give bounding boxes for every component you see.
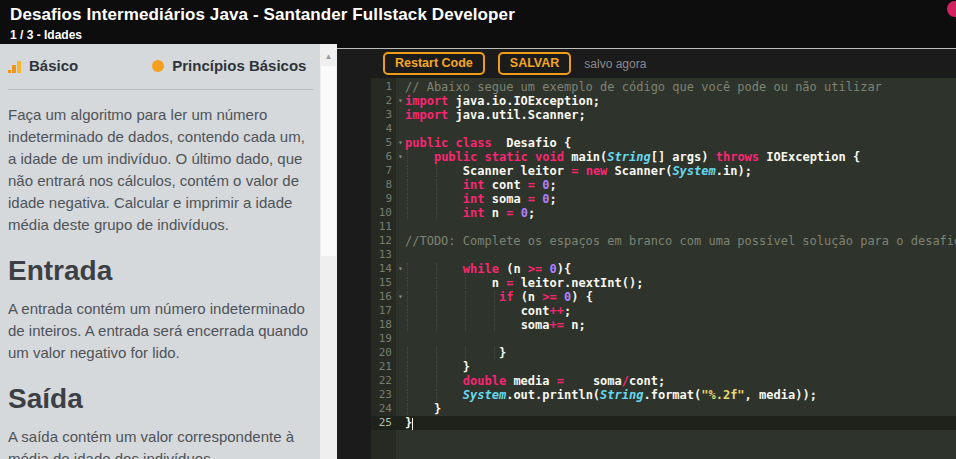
code-editor[interactable]: 1// Abaixo segue um exemplo de código qu… bbox=[371, 78, 956, 459]
code-line[interactable]: 23 System.out.println(String.format("%.2… bbox=[371, 388, 956, 402]
code-line[interactable]: 4 bbox=[371, 122, 956, 136]
code-text: public class Desafio { bbox=[405, 136, 571, 150]
fold-arrow-icon[interactable]: ▾ bbox=[396, 290, 405, 304]
code-line[interactable]: 2▾import java.io.IOException; bbox=[371, 94, 956, 108]
challenge-window: Desafios Intermediários Java - Santander… bbox=[0, 0, 956, 459]
bullet-icon bbox=[152, 60, 164, 72]
line-number[interactable]: 7 bbox=[371, 164, 396, 178]
line-number[interactable]: 13 bbox=[371, 248, 396, 262]
scroll-up-icon[interactable]: ▲ bbox=[320, 44, 337, 61]
fold-gutter bbox=[396, 164, 405, 178]
fold-gutter bbox=[396, 122, 405, 136]
code-line[interactable]: 3import java.util.Scanner; bbox=[371, 108, 956, 122]
scrollbar-thumb[interactable] bbox=[321, 66, 336, 256]
section-heading-entrada: Entrada bbox=[8, 255, 313, 287]
code-text: n = leitor.nextInt(); bbox=[405, 276, 643, 290]
line-number[interactable]: 6 bbox=[371, 150, 396, 164]
save-status: salvo agora bbox=[584, 57, 646, 71]
code-line[interactable]: 10 int n = 0; bbox=[371, 206, 956, 220]
topic-label: Princípios Básicos bbox=[172, 57, 306, 74]
fold-gutter bbox=[396, 178, 405, 192]
fold-arrow-icon[interactable]: ▾ bbox=[396, 150, 405, 164]
code-lines: 1// Abaixo segue um exemplo de código qu… bbox=[371, 80, 956, 430]
code-text: } bbox=[405, 402, 441, 416]
fold-gutter bbox=[396, 360, 405, 374]
line-number[interactable]: 12 bbox=[371, 234, 396, 248]
code-line[interactable]: 21 } bbox=[371, 360, 956, 374]
fold-gutter bbox=[396, 80, 405, 94]
code-line[interactable]: 7 Scanner leitor = new Scanner(System.in… bbox=[371, 164, 956, 178]
line-number[interactable]: 11 bbox=[371, 220, 396, 234]
code-text: cont++; bbox=[405, 304, 571, 318]
line-number[interactable]: 17 bbox=[371, 304, 396, 318]
line-number[interactable]: 4 bbox=[371, 122, 396, 136]
fold-gutter bbox=[396, 388, 405, 402]
code-line[interactable]: 8 int cont = 0; bbox=[371, 178, 956, 192]
line-number[interactable]: 3 bbox=[371, 108, 396, 122]
divider bbox=[8, 89, 313, 90]
code-text: if (n >= 0) { bbox=[405, 290, 593, 304]
fold-arrow-icon[interactable]: ▾ bbox=[396, 136, 405, 150]
line-number[interactable]: 8 bbox=[371, 178, 396, 192]
line-number[interactable]: 23 bbox=[371, 388, 396, 402]
code-text: //TODO: Complete os espaços em branco co… bbox=[405, 234, 956, 248]
code-line[interactable]: 5▾public class Desafio { bbox=[371, 136, 956, 150]
fold-gutter bbox=[396, 332, 405, 346]
line-number[interactable]: 14 bbox=[371, 262, 396, 276]
line-number[interactable]: 18 bbox=[371, 318, 396, 332]
code-text: } bbox=[405, 416, 413, 430]
code-text: } bbox=[405, 346, 506, 360]
code-line[interactable]: 25} bbox=[371, 416, 956, 430]
line-number[interactable]: 16 bbox=[371, 290, 396, 304]
code-line[interactable]: 19 bbox=[371, 332, 956, 346]
code-line[interactable]: 17 cont++; bbox=[371, 304, 956, 318]
line-number[interactable]: 5 bbox=[371, 136, 396, 150]
fold-arrow-icon[interactable]: ▾ bbox=[396, 262, 405, 276]
fold-gutter bbox=[396, 206, 405, 220]
code-text: int n = 0; bbox=[405, 206, 535, 220]
code-text: System.out.println(String.format("%.2f",… bbox=[405, 388, 817, 402]
code-line[interactable]: 12//TODO: Complete os espaços em branco … bbox=[371, 234, 956, 248]
code-line[interactable]: 18 soma+= n; bbox=[371, 318, 956, 332]
code-line[interactable]: 22 double media = soma/cont; bbox=[371, 374, 956, 388]
code-line[interactable]: 6▾ public static void main(String[] args… bbox=[371, 150, 956, 164]
line-number[interactable]: 19 bbox=[371, 332, 396, 346]
challenge-description: Faça um algoritmo para ler um número ind… bbox=[8, 104, 313, 236]
code-text: import java.io.IOException; bbox=[405, 94, 600, 108]
editor-toolbar: Restart Code SALVAR salvo agora bbox=[337, 49, 956, 78]
save-button[interactable]: SALVAR bbox=[498, 52, 572, 75]
topic-badge[interactable]: Princípios Básicos bbox=[152, 57, 306, 74]
code-text: while (n >= 0){ bbox=[405, 262, 571, 276]
line-number[interactable]: 22 bbox=[371, 374, 396, 388]
restart-code-button[interactable]: Restart Code bbox=[383, 52, 485, 75]
code-line[interactable]: 20 } bbox=[371, 346, 956, 360]
code-line[interactable]: 1// Abaixo segue um exemplo de código qu… bbox=[371, 80, 956, 94]
line-number[interactable]: 24 bbox=[371, 402, 396, 416]
code-line[interactable]: 9 int soma = 0; bbox=[371, 192, 956, 206]
difficulty-badge[interactable]: Básico bbox=[8, 57, 78, 74]
fold-gutter bbox=[396, 108, 405, 122]
line-number[interactable]: 25 bbox=[371, 416, 396, 430]
line-number[interactable]: 21 bbox=[371, 360, 396, 374]
code-line[interactable]: 11 bbox=[371, 220, 956, 234]
code-line[interactable]: 13 bbox=[371, 248, 956, 262]
line-number[interactable]: 9 bbox=[371, 192, 396, 206]
code-line[interactable]: 24 } bbox=[371, 402, 956, 416]
code-line[interactable]: 16▾ if (n >= 0) { bbox=[371, 290, 956, 304]
code-text: int cont = 0; bbox=[405, 178, 557, 192]
editor-panel: Restart Code SALVAR salvo agora 1// Abai… bbox=[337, 44, 956, 459]
line-number[interactable]: 2 bbox=[371, 94, 396, 108]
code-line[interactable]: 15 n = leitor.nextInt(); bbox=[371, 276, 956, 290]
section-heading-saida: Saída bbox=[8, 383, 313, 415]
line-number[interactable]: 20 bbox=[371, 346, 396, 360]
fold-arrow-icon[interactable]: ▾ bbox=[396, 94, 405, 108]
description-scrollbar[interactable]: ▲ bbox=[320, 44, 337, 459]
line-number[interactable]: 1 bbox=[371, 80, 396, 94]
line-number[interactable]: 15 bbox=[371, 276, 396, 290]
code-line[interactable]: 14▾ while (n >= 0){ bbox=[371, 262, 956, 276]
notification-dot-icon[interactable] bbox=[947, 1, 956, 17]
code-text: public static void main(String[] args) t… bbox=[405, 150, 860, 164]
fold-gutter bbox=[396, 402, 405, 416]
line-number[interactable]: 10 bbox=[371, 206, 396, 220]
code-text: // Abaixo segue um exemplo de código que… bbox=[405, 80, 882, 94]
